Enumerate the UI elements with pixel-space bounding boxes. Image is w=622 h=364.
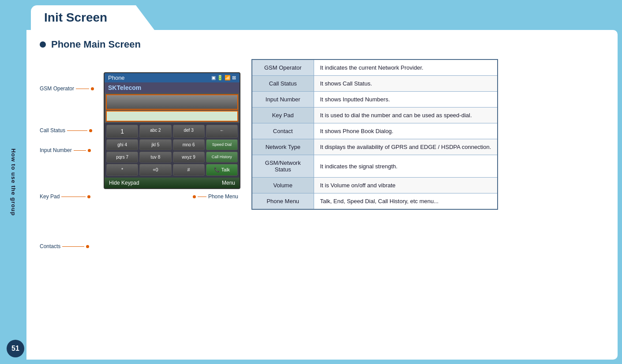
sidebar: How to use the group	[0, 0, 26, 364]
annotation-contacts: Contacts	[40, 243, 89, 249]
table-desc-cell: It shows Inputted Numbers.	[314, 92, 498, 108]
phone-menu[interactable]: Menu	[222, 180, 235, 186]
table-desc-cell: It is used to dial the number and can be…	[314, 108, 498, 123]
table-row: Call StatusIt shows Call Status.	[252, 76, 498, 92]
info-table: GSM OperatorIt indicates the current Net…	[251, 59, 498, 210]
header: Init Screen	[26, 0, 622, 30]
table-row: Key PadIt is used to dial the number and…	[252, 108, 498, 123]
phone-title-bar: Phone ▣ 🔋 📶 ⊠	[105, 73, 240, 82]
key-7[interactable]: pqrs 7	[106, 152, 138, 163]
key-star[interactable]: *	[106, 164, 138, 176]
table-label-cell: Contact	[252, 123, 314, 139]
info-table-wrapper: GSM OperatorIt indicates the current Net…	[251, 59, 604, 351]
table-desc-cell: It displays the availability of GPRS and…	[314, 139, 498, 155]
section-title-row: Phone Main Screen	[40, 39, 604, 50]
key-pad-label: Key Pad	[40, 193, 60, 200]
key-0[interactable]: +0	[139, 164, 171, 176]
table-label-cell: Network Type	[252, 139, 314, 155]
key-2[interactable]: abc 2	[139, 125, 171, 138]
key-1[interactable]: 1	[106, 125, 138, 138]
sidebar-text: How to use the group	[10, 149, 17, 216]
keypad-grid: 1 abc 2 def 3 ← ghi 4 jkl 5 mno 6 Speed …	[105, 123, 240, 178]
page-title: Init Screen	[31, 5, 154, 30]
key-8[interactable]: tuv 8	[139, 152, 171, 163]
phone-app-title: Phone	[108, 74, 125, 81]
key-talk[interactable]: 📞 Talk	[206, 164, 238, 176]
table-label-cell: Input Number	[252, 92, 314, 108]
input-number-label: Input Number	[40, 147, 72, 153]
main-content: Init Screen Phone Main Screen GSM Operat…	[26, 0, 622, 364]
phone-status-icons: ▣ 🔋 📶 ⊠	[211, 75, 236, 81]
input-number-area	[106, 111, 238, 122]
table-desc-cell: It indicates the current Network Provide…	[314, 59, 498, 76]
phone-hide-keypad[interactable]: Hide Keypad	[109, 180, 139, 186]
table-desc-cell: It shows Phone Book Dialog.	[314, 123, 498, 139]
phone-display: Phone ▣ 🔋 📶 ⊠ SKTelecom	[104, 72, 240, 189]
key-3[interactable]: def 3	[173, 125, 205, 138]
phone-menu-label: Phone Menu	[208, 193, 238, 200]
table-row: Phone MenuTalk, End, Speed Dial, Call Hi…	[252, 193, 498, 210]
table-label-cell: Key Pad	[252, 108, 314, 123]
table-row: Network TypeIt displays the availability…	[252, 139, 498, 155]
table-row: Input NumberIt shows Inputted Numbers.	[252, 92, 498, 108]
table-label-cell: Call Status	[252, 76, 314, 92]
annotation-input-number: Input Number	[40, 147, 91, 153]
call-status-area	[106, 94, 238, 110]
table-desc-cell: It is Volume on/off and vibrate	[314, 178, 498, 193]
phone-bottom-bar: Hide Keypad Menu	[105, 178, 240, 188]
gsm-operator-label: GSM Operator	[40, 85, 74, 92]
page-number: 51	[7, 340, 24, 357]
table-label-cell: Volume	[252, 178, 314, 193]
table-row: ContactIt shows Phone Book Dialog.	[252, 123, 498, 139]
call-status-label: Call Status	[40, 127, 65, 134]
table-label-cell: Phone Menu	[252, 193, 314, 210]
section-title-text: Phone Main Screen	[51, 39, 141, 50]
table-label-cell: GSM/Network Status	[252, 155, 314, 178]
key-call-history[interactable]: Call History	[206, 152, 238, 163]
table-desc-cell: Talk, End, Speed Dial, Call History, etc…	[314, 193, 498, 210]
annotation-key-pad: Key Pad	[40, 193, 90, 200]
content-body: Phone Main Screen GSM Operator Call Stat…	[26, 30, 618, 360]
key-9[interactable]: wxyz 9	[173, 152, 205, 163]
phone-screen: Phone ▣ 🔋 📶 ⊠ SKTelecom	[84, 72, 221, 189]
table-desc-cell: It indicates the signal strength.	[314, 155, 498, 178]
table-row: VolumeIt is Volume on/off and vibrate	[252, 178, 498, 193]
phone-provider: SKTelecom	[105, 82, 240, 93]
table-desc-cell: It shows Call Status.	[314, 76, 498, 92]
key-6[interactable]: mno 6	[173, 139, 205, 150]
table-label-cell: GSM Operator	[252, 59, 314, 76]
two-col-layout: GSM Operator Call Status Input Number Ke…	[40, 59, 604, 351]
section-bullet	[40, 41, 46, 48]
key-5[interactable]: jkl 5	[139, 139, 171, 150]
annotation-phone-menu: Phone Menu	[193, 193, 238, 200]
key-speed-dial[interactable]: Speed Dial	[206, 139, 238, 150]
contacts-label: Contacts	[40, 243, 60, 249]
key-hash[interactable]: #	[173, 164, 205, 176]
table-row: GSM/Network StatusIt indicates the signa…	[252, 155, 498, 178]
table-row: GSM OperatorIt indicates the current Net…	[252, 59, 498, 76]
phone-mockup-wrapper: GSM Operator Call Status Input Number Ke…	[40, 59, 238, 279]
key-4[interactable]: ghi 4	[106, 139, 138, 150]
key-backspace[interactable]: ←	[206, 125, 238, 138]
